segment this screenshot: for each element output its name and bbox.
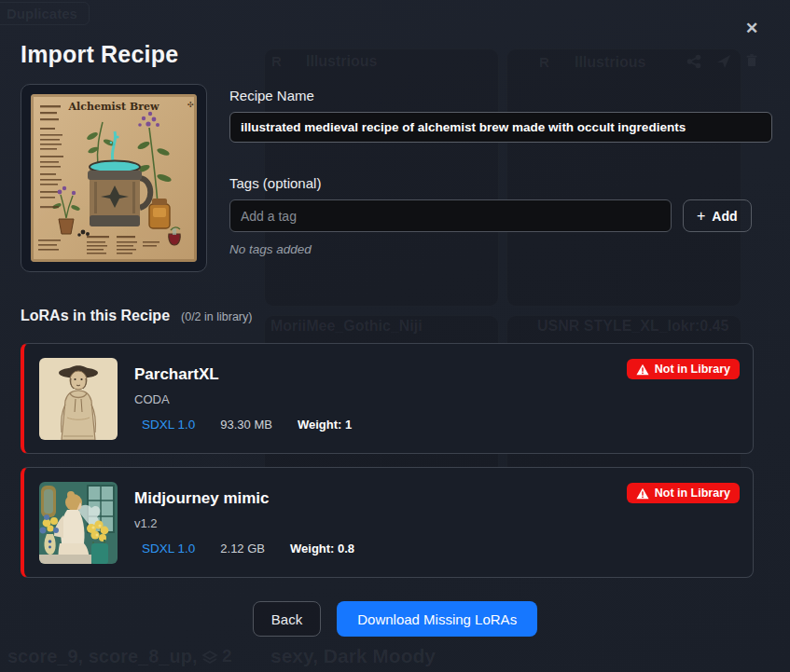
backdrop-prompt-text: score_9, score_8_up,: [7, 646, 197, 667]
trash-icon: [744, 53, 759, 72]
lora-file-size: 93.30 MB: [220, 418, 272, 432]
warning-icon: [636, 487, 649, 500]
tags-label: Tags (optional): [229, 175, 321, 191]
loras-library-count: (0/2 in library): [181, 310, 252, 323]
backdrop-model-badge: R: [539, 54, 549, 70]
status-badge-label: Not in Library: [655, 487, 730, 500]
lora-meta: SDXL 1.0 93.30 MB Weight: 1: [142, 418, 352, 432]
recipe-thumbnail: Alchemist Brew: [21, 84, 207, 272]
backdrop-card-text: MoriiMee_Gothic_Niji: [270, 318, 423, 335]
backdrop-card-text: USNR STYLE_XL_lokr:0.45: [537, 318, 728, 335]
lora-weight: Weight: 1: [298, 418, 352, 432]
victorian-painting-image: [39, 482, 118, 564]
lora-meta: SDXL 1.0 2.12 GB Weight: 0.8: [142, 542, 354, 555]
modal-footer: Back Download Missing LoRAs: [0, 601, 790, 637]
recipe-name-label: Recipe Name: [229, 88, 314, 103]
send-icon: [716, 54, 731, 73]
lora-thumbnail: [39, 482, 118, 564]
lora-version: v1.2: [134, 516, 354, 530]
lora-file-size: 2.12 GB: [220, 542, 265, 555]
thumbnail-title: Alchemist Brew: [68, 101, 159, 113]
import-recipe-modal: Duplicates R Illustrious R Illustrious M…: [0, 0, 790, 672]
backdrop-model-badge: R: [271, 53, 282, 69]
lora-base-model[interactable]: SDXL 1.0: [142, 542, 195, 555]
layers-icon: [201, 650, 218, 670]
lora-version: CODA: [134, 392, 352, 406]
lora-card-parchartxl: ParchartXL CODA SDXL 1.0 93.30 MB Weight…: [21, 343, 754, 454]
lora-card-midjourney-mimic: Midjourney mimic v1.2 SDXL 1.0 2.12 GB W…: [21, 467, 754, 578]
alchemist-brew-illustration: Alchemist Brew: [31, 94, 197, 262]
backdrop-duplicates-button: Duplicates: [0, 2, 90, 25]
backdrop-count: 2: [222, 646, 232, 666]
lora-name: ParchartXL: [134, 365, 352, 384]
warning-icon: [636, 363, 649, 376]
recipe-name-input[interactable]: [229, 112, 772, 143]
lora-weight: Weight: 0.8: [290, 542, 354, 555]
backdrop-model-name: Illustrious: [306, 53, 377, 70]
status-badge-not-in-library: Not in Library: [627, 483, 740, 503]
status-badge-label: Not in Library: [655, 363, 730, 376]
lora-base-model[interactable]: SDXL 1.0: [142, 418, 195, 432]
add-tag-button[interactable]: + Add: [683, 199, 752, 232]
backdrop-card: [506, 48, 741, 307]
backdrop-prompt-text: sexy, Dark Moody: [270, 645, 436, 667]
share-icon: [686, 54, 701, 73]
loras-section-heading: LoRAs in this Recipe (0/2 in library): [21, 308, 252, 324]
loras-heading-text: LoRAs in this Recipe: [21, 308, 170, 324]
backdrop-model-name: Illustrious: [575, 54, 645, 71]
lora-thumbnail: [39, 358, 118, 440]
lora-info: ParchartXL CODA SDXL 1.0 93.30 MB Weight…: [134, 365, 352, 432]
plus-icon: +: [697, 208, 705, 225]
page-title: Import Recipe: [21, 41, 178, 68]
back-button[interactable]: Back: [253, 601, 321, 637]
lora-info: Midjourney mimic v1.2 SDXL 1.0 2.12 GB W…: [134, 489, 354, 555]
thumbnail-corner-mark: ✣: [187, 101, 194, 109]
download-missing-loras-button[interactable]: Download Missing LoRAs: [337, 601, 537, 637]
add-tag-label: Add: [712, 209, 737, 224]
lora-name: Midjourney mimic: [134, 489, 354, 508]
close-icon[interactable]: ✕: [740, 17, 764, 41]
no-tags-text: No tags added: [229, 242, 312, 256]
tag-input[interactable]: [229, 199, 672, 232]
sketch-portrait-image: [39, 358, 118, 440]
status-badge-not-in-library: Not in Library: [627, 359, 740, 379]
